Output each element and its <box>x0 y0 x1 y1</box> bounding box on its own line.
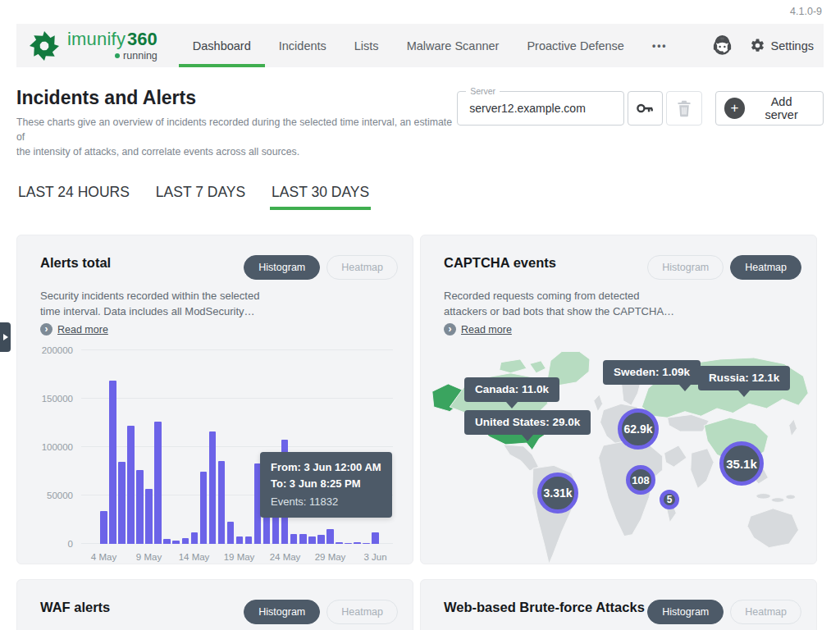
bar[interactable] <box>154 422 162 544</box>
read-more-link[interactable]: › Read more <box>444 323 512 336</box>
add-server-button[interactable]: + Add server <box>715 91 824 126</box>
support-icon[interactable] <box>711 34 733 57</box>
sidebar-expander[interactable] <box>0 322 11 352</box>
card-title: WAF alerts <box>40 600 110 615</box>
map-tooltip-united-states: United States: 29.0k <box>464 410 591 435</box>
tab-last-24-hours[interactable]: LAST 24 HOURS <box>16 184 131 210</box>
right-triangle-icon <box>3 334 8 340</box>
heatmap-toggle[interactable]: Heatmap <box>326 255 398 280</box>
map-tooltip-canada: Canada: 11.0k <box>464 377 559 402</box>
nav-item-malware-scanner[interactable]: Malware Scanner <box>393 24 514 67</box>
bar[interactable] <box>236 536 244 544</box>
view-toggle: HistogramHeatmap <box>244 255 398 280</box>
chevron-right-circle-icon: › <box>40 323 52 336</box>
server-field-label: Server <box>466 86 500 96</box>
version-label: 4.1.0-9 <box>790 6 822 17</box>
plus-circle-icon: + <box>724 98 746 119</box>
map-bubble-62.9k[interactable]: 62.9k <box>618 409 659 450</box>
chart-tooltip: From: 3 Jun 12:00 AM To: 3 Jun 8:25 PM E… <box>260 452 392 518</box>
heatmap-toggle[interactable]: Heatmap <box>326 600 398 624</box>
histogram-toggle[interactable]: Histogram <box>244 255 320 280</box>
x-axis-labels: 4 May9 May14 May19 May24 May29 May3 Jun <box>81 552 393 564</box>
card-bruteforce-attacks: Web-based Brute-force Attacks HistogramH… <box>420 579 817 630</box>
bar[interactable] <box>209 431 217 544</box>
heatmap-toggle[interactable]: Heatmap <box>730 600 801 624</box>
bar[interactable] <box>336 542 343 544</box>
trash-icon <box>676 99 692 117</box>
map-bubble-5[interactable]: 5 <box>660 490 679 509</box>
main-nav: DashboardIncidentsListsMalware ScannerPr… <box>179 24 682 67</box>
bar[interactable] <box>290 534 298 544</box>
heatmap-toggle[interactable]: Heatmap <box>730 255 801 280</box>
view-toggle: HistogramHeatmap <box>647 600 801 624</box>
map-bubble-3.31k[interactable]: 3.31k <box>537 472 578 514</box>
time-range-tabs: LAST 24 HOURSLAST 7 DAYSLAST 30 DAYS <box>16 184 824 210</box>
bar[interactable] <box>308 536 316 544</box>
server-key-button[interactable] <box>628 91 663 126</box>
histogram-toggle[interactable]: Histogram <box>647 600 724 624</box>
card-alerts-total: Alerts total HistogramHeatmap Security i… <box>16 235 413 564</box>
card-title: CAPTCHA events <box>444 255 556 271</box>
bar[interactable] <box>218 461 226 544</box>
bar[interactable] <box>299 534 307 544</box>
settings-button[interactable]: Settings <box>750 38 814 53</box>
card-description: Security incidents recorded within the s… <box>40 288 398 319</box>
card-waf-alerts: WAF alerts HistogramHeatmap Web attacks … <box>16 579 413 630</box>
bar[interactable] <box>172 541 180 544</box>
settings-label: Settings <box>771 39 814 52</box>
view-toggle: HistogramHeatmap <box>244 600 398 624</box>
bar[interactable] <box>317 535 325 544</box>
server-delete-button[interactable] <box>666 91 701 126</box>
cards-grid: Alerts total HistogramHeatmap Security i… <box>16 235 824 630</box>
view-toggle: HistogramHeatmap <box>647 255 801 280</box>
bar[interactable] <box>245 536 253 544</box>
read-more-link[interactable]: › Read more <box>40 323 108 336</box>
tab-last-7-days[interactable]: LAST 7 DAYS <box>154 184 247 210</box>
key-icon <box>636 99 654 117</box>
gear-icon <box>750 38 765 53</box>
status-running: running <box>115 51 158 62</box>
map-bubble-35.1k[interactable]: 35.1k <box>719 441 764 486</box>
bar[interactable] <box>326 529 334 544</box>
bar[interactable] <box>163 539 171 544</box>
tab-last-30-days[interactable]: LAST 30 DAYS <box>270 184 371 210</box>
imunify360-logo[interactable]: imunify 360 running <box>28 24 158 67</box>
server-panel: Server + Add serve <box>457 91 824 126</box>
server-select[interactable]: Server <box>457 91 624 126</box>
histogram-toggle[interactable]: Histogram <box>244 600 320 624</box>
brand-name: imunify <box>67 30 126 48</box>
alerts-histogram-chart[interactable]: 050000100000150000200000 4 May9 May14 Ma… <box>40 345 398 564</box>
histogram-toggle[interactable]: Histogram <box>647 255 724 280</box>
bar[interactable] <box>127 426 135 544</box>
map-tooltip-sweden: Sweden: 1.09k <box>603 360 701 385</box>
bar[interactable] <box>200 472 208 545</box>
bar[interactable] <box>191 532 199 544</box>
server-input[interactable] <box>468 92 617 125</box>
card-title: Alerts total <box>40 255 111 271</box>
bar[interactable] <box>345 543 352 544</box>
navbar: imunify 360 running DashboardIncidentsLi… <box>16 24 824 67</box>
bar[interactable] <box>363 543 370 544</box>
bar[interactable] <box>100 511 107 544</box>
captcha-heatmap[interactable]: Canada: 11.0kUnited States: 29.0kSweden:… <box>427 345 815 564</box>
y-axis-labels: 050000100000150000200000 <box>40 350 75 544</box>
map-bubble-108[interactable]: 108 <box>626 465 655 495</box>
card-title: Web-based Brute-force Attacks <box>444 600 645 615</box>
brand-360: 360 <box>127 30 158 48</box>
bar[interactable] <box>145 489 153 544</box>
page-description: These charts give an overview of inciden… <box>16 115 457 159</box>
bar[interactable] <box>354 542 361 544</box>
nav-item-incidents[interactable]: Incidents <box>265 24 340 67</box>
page-title: Incidents and Alerts <box>16 87 457 109</box>
bar[interactable] <box>372 532 379 544</box>
nav-item-proactive-defense[interactable]: Proactive Defense <box>513 24 637 67</box>
map-tooltip-russia: Russia: 12.1k <box>698 366 790 390</box>
nav-item-lists[interactable]: Lists <box>340 24 393 67</box>
bar[interactable] <box>227 522 235 544</box>
nav-item-dashboard[interactable]: Dashboard <box>179 24 265 67</box>
nav-item-more[interactable]: ••• <box>638 24 682 67</box>
bar[interactable] <box>109 381 116 544</box>
bar[interactable] <box>118 462 126 544</box>
bar[interactable] <box>182 538 189 544</box>
bar[interactable] <box>136 470 144 544</box>
